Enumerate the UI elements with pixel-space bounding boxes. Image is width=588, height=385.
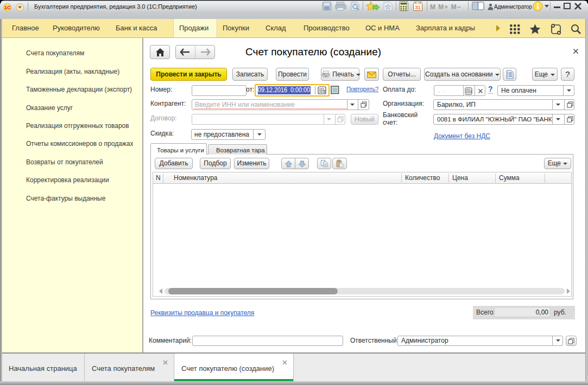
svg-text:1С: 1С [4,4,11,10]
svg-text:31: 31 [415,4,421,10]
